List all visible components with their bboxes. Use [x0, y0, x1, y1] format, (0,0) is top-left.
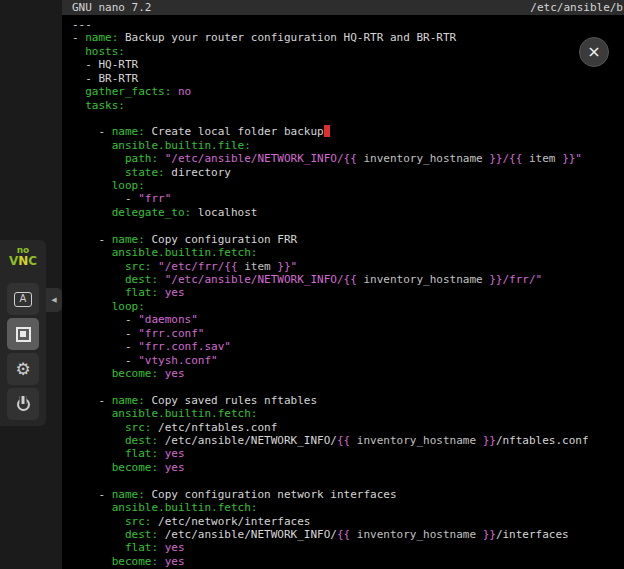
novnc-logo: no VNC [0, 240, 46, 268]
editor-line: - "vtysh.conf" [72, 354, 624, 367]
nano-version-label: GNU nano 7.2 [72, 0, 151, 15]
square-in-square-icon [16, 327, 31, 342]
editor-line: src: "/etc/frr/{{ item }}" [72, 260, 624, 273]
vnc-sidebar: no VNC A ⚙ ◀ [0, 0, 62, 569]
editor-line: state: directory [72, 166, 624, 179]
editor-line: flat: yes [72, 541, 624, 554]
terminal-window: GNU nano 7.2 /etc/ansible/b ---- name: B… [62, 0, 624, 569]
editor-line: - BR-RTR [72, 72, 624, 85]
editor-line [72, 112, 624, 125]
power-button[interactable] [7, 388, 39, 420]
editor-line: --- [72, 18, 624, 31]
editor-line: - name: Backup your router configuration… [72, 31, 624, 44]
editor-line: - "frr.conf.sav" [72, 340, 624, 353]
nano-file-path: /etc/ansible/b [530, 0, 623, 15]
editor-line: hosts: [72, 45, 624, 58]
editor-line: src: /etc/nftables.conf [72, 421, 624, 434]
editor-line: loop: [72, 300, 624, 313]
editor-line: dest: /etc/ansible/NETWORK_INFO/{{ inven… [72, 528, 624, 541]
editor-line: dest: /etc/ansible/NETWORK_INFO/{{ inven… [72, 434, 624, 447]
nano-titlebar: GNU nano 7.2 /etc/ansible/b [62, 0, 624, 15]
editor-line: become: yes [72, 367, 624, 380]
editor-line: loop: [72, 179, 624, 192]
fullscreen-toggle-button[interactable] [7, 318, 39, 350]
editor-line: ansible.builtin.fetch: [72, 501, 624, 514]
editor-line: become: yes [72, 461, 624, 474]
editor-line: flat: yes [72, 286, 624, 299]
vnc-control-panel: no VNC A ⚙ [0, 240, 46, 426]
editor-line: - HQ-RTR [72, 58, 624, 71]
editor-line: flat: yes [72, 447, 624, 460]
editor-line: ansible.builtin.fetch: [72, 407, 624, 420]
editor-line [72, 219, 624, 232]
novnc-logo-vnc: VNC [0, 255, 46, 268]
editor-line: - "daemons" [72, 313, 624, 326]
editor-line: - name: Copy configuration network inter… [72, 488, 624, 501]
gear-icon: ⚙ [15, 361, 30, 378]
editor-line: - "frr.conf" [72, 327, 624, 340]
editor-line: src: /etc/network/interfaces [72, 515, 624, 528]
editor-line: tasks: [72, 99, 624, 112]
editor-line: - name: Copy configuration FRR [72, 233, 624, 246]
chevron-left-icon: ◀ [51, 296, 56, 304]
editor-line: - name: Create local folder backup [72, 125, 624, 138]
editor-line: path: "/etc/ansible/NETWORK_INFO/{{ inve… [72, 152, 624, 165]
editor-line: dest: "/etc/ansible/NETWORK_INFO/{{ inve… [72, 273, 624, 286]
sidebar-collapse-handle[interactable]: ◀ [46, 288, 62, 312]
editor-content[interactable]: ---- name: Backup your router configurat… [62, 15, 624, 568]
letter-a-key-icon: A [14, 292, 32, 307]
editor-line: - "frr" [72, 192, 624, 205]
power-icon [16, 397, 31, 412]
editor-line: ansible.builtin.file: [72, 139, 624, 152]
editor-line: gather_facts: no [72, 85, 624, 98]
editor-line [72, 474, 624, 487]
text-cursor [324, 125, 331, 137]
editor-line: become: yes [72, 555, 624, 568]
keyboard-toggle-button[interactable]: A [7, 283, 39, 315]
settings-button[interactable]: ⚙ [7, 353, 39, 385]
screen: no VNC A ⚙ ◀ GNU nano 7.2 /etc/ansible/b [0, 0, 624, 569]
editor-line: - name: Copy saved rules nftables [72, 394, 624, 407]
editor-line: ansible.builtin.fetch: [72, 246, 624, 259]
editor-line [72, 380, 624, 393]
editor-line: delegate_to: localhost [72, 206, 624, 219]
close-button[interactable]: × [579, 37, 609, 67]
